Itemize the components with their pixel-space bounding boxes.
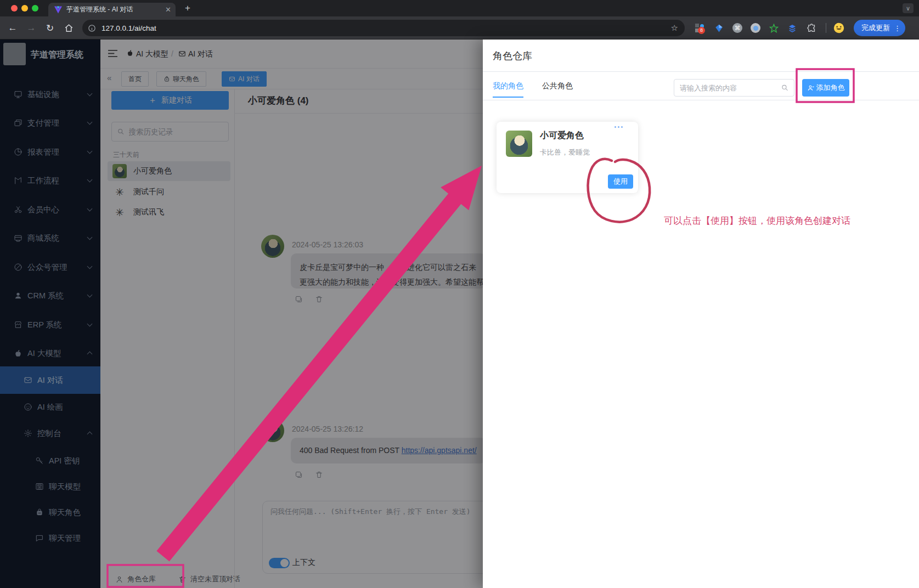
extension-icon-star[interactable]	[766, 21, 781, 35]
search-icon	[781, 84, 788, 92]
browser-toolbar: ← → ↻ 127.0.0.1/ai/chat ☆ 8 ⌘	[0, 16, 919, 39]
new-tab-button[interactable]: +	[181, 2, 194, 15]
refresh-icon[interactable]: ↻	[43, 16, 57, 39]
browser-update-button[interactable]: 完成更新 ⋮	[854, 20, 905, 36]
toolbar-divider	[826, 23, 826, 33]
address-bar[interactable]: 127.0.0.1/ai/chat ☆	[82, 20, 685, 36]
add-role-button[interactable]: 添加角色	[802, 79, 849, 97]
browser-tab-title: 芋道管理系统 - AI 对话	[66, 5, 162, 14]
extension-icon-tabs[interactable]: 8	[692, 21, 707, 35]
more-options-icon[interactable]	[614, 126, 623, 128]
extension-icon-circle[interactable]	[748, 21, 763, 35]
window-minimize-button[interactable]	[21, 5, 28, 12]
person-plus-icon	[807, 84, 814, 92]
screenshot-root: 芋道管理系统 - AI 对话 ✕ + ∨ ← → ↻ 127.0.0.1/ai/…	[0, 0, 919, 588]
profile-avatar[interactable]	[832, 21, 846, 35]
extension-icon-kite[interactable]	[712, 21, 726, 35]
drawer-title: 角色仓库	[493, 49, 532, 63]
browser-menu-icon[interactable]: ⋮	[894, 24, 901, 32]
active-tab-underline	[493, 97, 523, 98]
role-description: 卡比兽，爱睡觉	[540, 148, 590, 157]
role-avatar	[506, 131, 532, 157]
bookmark-star-icon[interactable]: ☆	[671, 23, 678, 33]
tab-public-roles[interactable]: 公共角色	[542, 81, 573, 91]
extension-icon-layers[interactable]	[785, 21, 799, 35]
tab-close-icon[interactable]: ✕	[165, 5, 171, 14]
extension-icon-command[interactable]: ⌘	[730, 21, 745, 35]
window-close-button[interactable]	[11, 5, 18, 12]
home-icon[interactable]	[61, 16, 76, 39]
forward-icon[interactable]: →	[24, 16, 38, 39]
use-role-button[interactable]: 使用	[608, 174, 633, 189]
site-favicon	[54, 6, 62, 14]
url-text[interactable]: 127.0.0.1/ai/chat	[102, 24, 671, 32]
modal-overlay[interactable]	[0, 39, 483, 588]
update-label: 完成更新	[861, 23, 890, 33]
tab-search-icon[interactable]: ∨	[903, 3, 914, 13]
tab-my-roles[interactable]: 我的角色	[493, 81, 523, 91]
window-zoom-button[interactable]	[32, 5, 38, 12]
role-search-input[interactable]	[680, 84, 781, 92]
extensions-puzzle-icon[interactable]	[804, 21, 819, 35]
role-repository-drawer: 角色仓库 我的角色 公共角色 添加角色 小可爱角色 卡比兽，爱睡觉 使用	[483, 39, 919, 588]
extension-badge: 8	[698, 27, 705, 34]
site-info-icon[interactable]	[88, 24, 96, 32]
browser-tab[interactable]: 芋道管理系统 - AI 对话 ✕	[48, 3, 176, 16]
back-icon[interactable]: ←	[5, 16, 20, 39]
role-name: 小可爱角色	[540, 130, 584, 142]
browser-tab-strip: 芋道管理系统 - AI 对话 ✕ + ∨	[0, 0, 919, 16]
role-search-box[interactable]	[674, 79, 794, 97]
